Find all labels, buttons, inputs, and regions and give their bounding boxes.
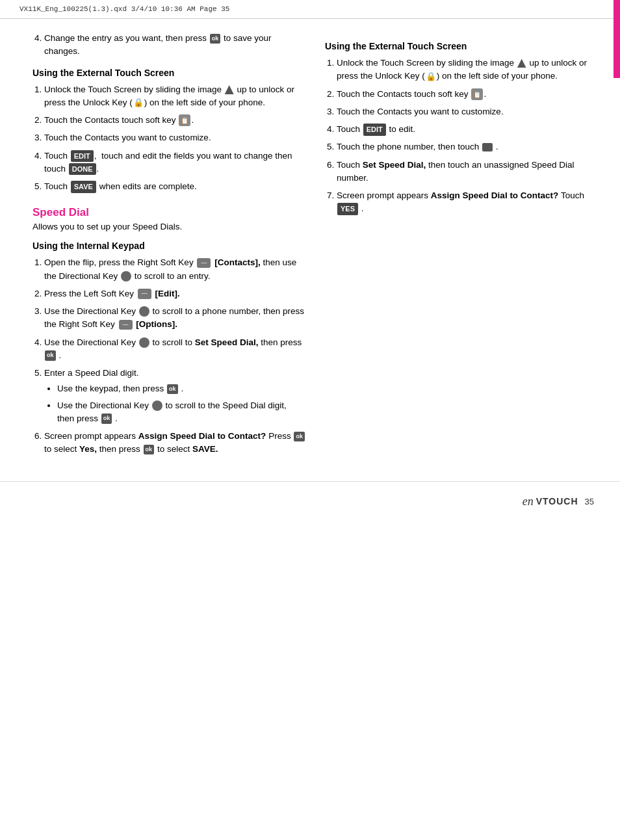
list-item: Touch the phone number, then touch . — [337, 140, 598, 153]
list-item: Touch the Contacts touch soft key . — [337, 88, 598, 101]
right-soft-key-icon-2: — — [119, 320, 133, 330]
contacts-icon — [179, 114, 190, 126]
list-item: Touch the Contacts you want to customize… — [44, 131, 305, 144]
left-soft-key-icon: — — [138, 289, 151, 299]
edit-button-label-2: EDIT — [363, 124, 386, 136]
list-item: Open the flip, press the Right Soft Key … — [44, 256, 305, 283]
contacts-icon-2 — [471, 88, 483, 100]
internal-keypad-list: Open the flip, press the Right Soft Key … — [32, 256, 305, 456]
right-column: Using the External Touch Screen Unlock t… — [325, 32, 598, 462]
speed-dial-desc: Allows you to set up your Speed Dials. — [32, 222, 305, 231]
list-item: Unlock the Touch Screen by sliding the i… — [337, 57, 598, 83]
section-heading-internal-keypad: Using the Internal Keypad — [32, 241, 305, 251]
list-item: Touch EDIT, touch and edit the fields yo… — [44, 150, 305, 176]
ok-icon-5: ok — [294, 432, 305, 442]
lock-icon-2: 🔒 — [426, 70, 436, 83]
ok-icon-3: ok — [167, 384, 178, 395]
list-item: Change the entry as you want, then press… — [44, 32, 305, 59]
page-footer: en VTOUCH 35 — [0, 481, 620, 515]
external-touch-list-1: Unlock the Touch Screen by sliding the i… — [32, 83, 305, 194]
section-heading-external-touch-1: Using the External Touch Screen — [32, 68, 305, 78]
edit-button-label: EDIT — [71, 150, 94, 163]
ok-icon-6: ok — [144, 445, 155, 455]
done-button-label: DONE — [69, 163, 96, 176]
list-item: Screen prompt appears Assign Speed Dial … — [44, 430, 305, 456]
up-arrow-icon — [225, 85, 234, 94]
list-item: Use the Directional Key to scroll to the… — [57, 399, 305, 426]
ok-icon-2: ok — [45, 350, 56, 361]
dir-icon-2 — [139, 306, 149, 317]
list-item: Touch Set Speed Dial, then touch an unas… — [337, 159, 598, 185]
dir-icon-1 — [121, 271, 131, 282]
list-item: Enter a Speed Dial digit. Use the keypad… — [44, 367, 305, 425]
left-column: Change the entry as you want, then press… — [32, 32, 305, 462]
section-heading-external-touch-2: Using the External Touch Screen — [325, 41, 598, 51]
ok-icon: ok — [210, 34, 221, 44]
page-number: 35 — [585, 497, 594, 506]
right-soft-key-icon: — — [197, 258, 211, 269]
list-item: Use the Directional Key to scroll to Set… — [44, 336, 305, 363]
brand-en: en — [523, 495, 534, 508]
list-item: Use the Directional Key to scroll to a p… — [44, 305, 305, 332]
lock-icon: 🔒 — [133, 96, 144, 109]
list-item: Touch SAVE when edits are complete. — [44, 180, 305, 193]
dir-icon-3 — [139, 337, 149, 348]
save-button-label: SAVE — [71, 181, 96, 193]
ok-icon-4: ok — [101, 413, 112, 424]
list-item: Unlock the Touch Screen by sliding the i… — [44, 83, 305, 110]
speed-dial-title: Speed Dial — [32, 206, 305, 219]
dir-icon-4 — [152, 400, 162, 411]
pink-bar — [614, 0, 620, 78]
external-touch-list-2: Unlock the Touch Screen by sliding the i… — [325, 57, 598, 216]
speed-dial-sub-list: Use the keypad, then press ok . Use the … — [44, 382, 305, 425]
list-item: Touch the Contacts you want to customize… — [337, 105, 598, 118]
list-item: Screen prompt appears Assign Speed Dial … — [337, 189, 598, 216]
list-item: Press the Left Soft Key — [Edit]. — [44, 287, 305, 300]
list-item: Use the keypad, then press ok . — [57, 382, 305, 395]
list-item: Touch EDIT to edit. — [337, 123, 598, 136]
menu-icon — [482, 143, 493, 151]
brand-logo: en VTOUCH — [523, 495, 578, 508]
list-item: Touch the Contacts touch soft key . — [44, 114, 305, 127]
page-header: VX11K_Eng_100225(1.3).qxd 3/4/10 10:36 A… — [0, 0, 620, 19]
yes-button-label: YES — [337, 203, 358, 215]
up-arrow-icon-2 — [517, 59, 526, 68]
brand-vtouch: VTOUCH — [536, 496, 578, 506]
